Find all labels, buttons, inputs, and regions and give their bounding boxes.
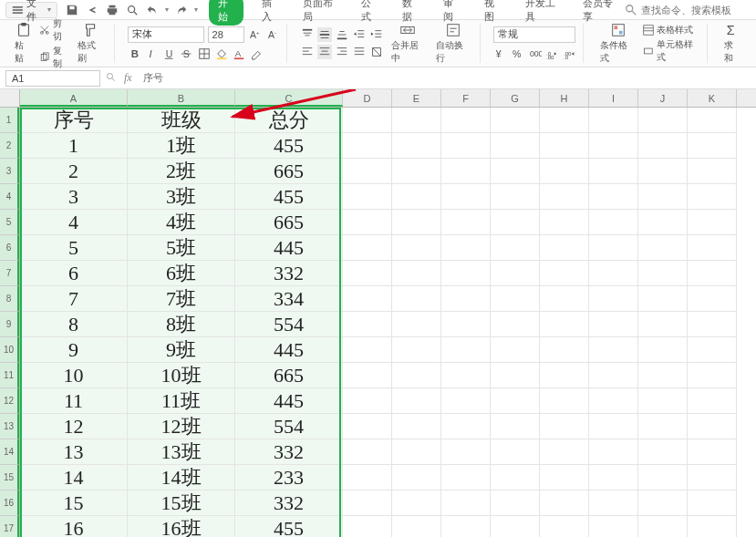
cell[interactable]	[688, 184, 737, 210]
cell[interactable]	[491, 286, 540, 312]
cell[interactable]	[589, 210, 638, 235]
save-icon[interactable]	[65, 3, 79, 17]
cell[interactable]	[638, 184, 688, 210]
row-header-13[interactable]: 13	[0, 414, 19, 439]
search-box[interactable]	[625, 4, 751, 16]
wrap-text-button[interactable]: 自动换行	[432, 22, 474, 65]
fx-icon[interactable]: fx	[124, 71, 132, 85]
cell[interactable]: 4	[20, 210, 128, 235]
cell[interactable]	[540, 439, 589, 465]
cell[interactable]	[392, 439, 441, 465]
cell[interactable]: 2班	[128, 159, 235, 184]
cell[interactable]	[491, 210, 540, 235]
cell[interactable]	[343, 491, 392, 516]
cell[interactable]: 14	[20, 465, 128, 491]
cell[interactable]	[392, 388, 441, 414]
justify-icon[interactable]	[352, 45, 367, 59]
decrease-font-icon[interactable]: A-	[266, 27, 281, 42]
row-header-6[interactable]: 6	[0, 235, 19, 261]
cell[interactable]	[540, 286, 589, 312]
cell[interactable]	[343, 312, 392, 337]
cell[interactable]	[343, 235, 392, 261]
cell[interactable]	[638, 159, 688, 184]
cell[interactable]	[491, 159, 540, 184]
cell[interactable]	[638, 414, 688, 439]
cell[interactable]: 10	[20, 363, 128, 388]
cell[interactable]	[589, 363, 638, 388]
table-style-button[interactable]: 表格样式	[643, 24, 700, 36]
cell[interactable]	[540, 210, 589, 235]
cell[interactable]: 334	[235, 286, 343, 312]
cell[interactable]: 665	[235, 363, 343, 388]
cell[interactable]	[688, 363, 737, 388]
cell[interactable]	[392, 337, 441, 363]
cell[interactable]	[589, 465, 638, 491]
undo-icon[interactable]	[145, 3, 160, 17]
cell[interactable]: 2	[20, 159, 128, 184]
cell[interactable]	[688, 337, 737, 363]
orientation-icon[interactable]	[369, 45, 384, 59]
cell[interactable]: 455	[235, 184, 343, 210]
cell[interactable]	[343, 210, 392, 235]
cell[interactable]	[540, 235, 589, 261]
cell[interactable]: 15	[20, 491, 128, 516]
cell[interactable]	[688, 516, 737, 537]
cell[interactable]: 554	[235, 312, 343, 337]
cell[interactable]	[638, 133, 688, 159]
align-bottom-icon[interactable]	[335, 27, 349, 42]
formula-content[interactable]: 序号	[143, 71, 163, 85]
align-center-icon[interactable]	[317, 45, 332, 59]
col-header-G[interactable]: G	[491, 89, 540, 107]
row-header-17[interactable]: 17	[0, 516, 19, 537]
cell[interactable]: 13	[20, 439, 128, 465]
cell[interactable]: 6班	[128, 261, 235, 286]
cell[interactable]	[441, 210, 491, 235]
cell[interactable]	[441, 261, 491, 286]
redo-icon[interactable]	[174, 3, 189, 17]
row-header-7[interactable]: 7	[0, 261, 19, 286]
cell[interactable]: 1	[20, 133, 128, 159]
cell[interactable]: 12班	[128, 414, 235, 439]
cell[interactable]	[589, 108, 638, 133]
cell[interactable]: 1班	[128, 133, 235, 159]
cell[interactable]	[343, 439, 392, 465]
row-header-5[interactable]: 5	[0, 210, 19, 235]
paste-button[interactable]: 粘贴	[11, 22, 36, 65]
conditional-format-button[interactable]: 条件格式	[596, 22, 639, 65]
cell[interactable]: 总分	[235, 108, 343, 133]
cell[interactable]	[589, 491, 638, 516]
cell[interactable]	[540, 184, 589, 210]
cell[interactable]	[638, 312, 688, 337]
fill-color-icon[interactable]	[214, 46, 229, 61]
cell[interactable]	[688, 133, 737, 159]
cell[interactable]	[589, 235, 638, 261]
cell[interactable]	[392, 159, 441, 184]
cell[interactable]	[540, 108, 589, 133]
cell[interactable]: 13班	[128, 439, 235, 465]
cell[interactable]	[441, 439, 491, 465]
cell[interactable]: 7	[20, 286, 128, 312]
row-header-4[interactable]: 4	[0, 184, 19, 210]
cell[interactable]	[491, 516, 540, 537]
cell[interactable]	[638, 210, 688, 235]
cell[interactable]	[688, 312, 737, 337]
cell[interactable]	[491, 312, 540, 337]
cell[interactable]: 10班	[128, 363, 235, 388]
cell[interactable]: 5班	[128, 235, 235, 261]
cell[interactable]	[638, 516, 688, 537]
cell[interactable]	[343, 286, 392, 312]
cell[interactable]	[392, 133, 441, 159]
print-preview-icon[interactable]	[125, 3, 140, 17]
cell[interactable]	[688, 210, 737, 235]
row-header-11[interactable]: 11	[0, 363, 19, 388]
cell[interactable]	[491, 491, 540, 516]
number-format-select[interactable]: 常规	[493, 26, 575, 43]
cell[interactable]	[392, 210, 441, 235]
cell[interactable]: 11班	[128, 388, 235, 414]
italic-icon[interactable]: I	[145, 46, 160, 61]
cell[interactable]: 16	[20, 516, 128, 537]
cell[interactable]	[491, 363, 540, 388]
comma-icon[interactable]: 000	[528, 46, 543, 61]
cell[interactable]: 8	[20, 312, 128, 337]
cell[interactable]	[638, 286, 688, 312]
